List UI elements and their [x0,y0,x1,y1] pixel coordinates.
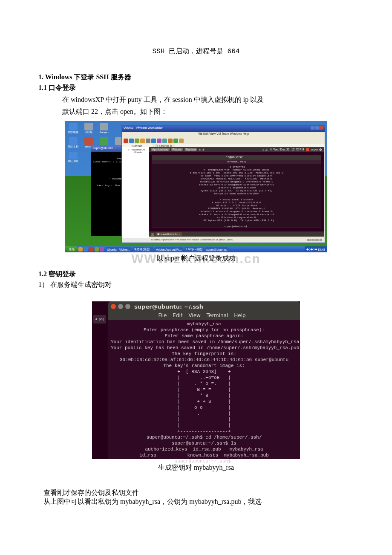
close-icon [111,304,116,309]
maximize-icon [125,304,130,309]
vmware-statusbar: To direct input to this VM, move the mou… [149,237,324,242]
mail-icon: ✉ [270,148,272,151]
taskbar-item: Ubuntu - VMwa... [106,247,131,252]
menu-view: View [188,312,200,318]
screenshot-1-wrap: 我的电脑 回收站 change p 我的文档 Tesulitr FPGA... … [38,121,354,252]
firefox-icon: ◉ [199,148,201,151]
document-page: SSH 已启动，进程号是 664 1. Windows 下登录 SSH 服务器 … [0,0,392,532]
tray-clock: 15:48 [317,248,325,251]
desktop-icon: 我的电脑 [67,123,80,134]
menu-edit: Edit [173,312,182,318]
terminal-window: super@ubuntu: ~/.ssh File Edit View Term… [108,301,300,459]
heading-1-1: 1.1 口令登录 [38,84,354,92]
para-3: 从上图中可以看出私钥为 mybabyyh_rsa，公钥为 mybabyyh_rs… [43,497,354,506]
vmware-toolbar [122,137,325,144]
terminal-body: mybabyyh_rsa Enter passphrase (empty for… [108,320,300,459]
para-1-line2: 默认端口 22，点击 open。如下图： [62,106,354,117]
para-2: 查看刚才保存的公钥及私钥文件 [43,489,354,497]
taskbar-terminal-tab: ▣ super@ubuntu: ~ [156,232,182,236]
left-strip: 4.png [92,301,107,459]
vmware-title: Ubuntu - VMware Workstation [124,126,163,131]
minimize-icon [118,304,123,309]
panel-places: Places [171,148,183,151]
taskbar-item: super@ubuntu: [205,247,228,252]
panel-user: super [311,148,319,151]
tray-icons: ◆◇◆◇◆ [306,248,317,251]
gnome-terminal: er@ubuntu: ~ Terminal Help ~$ ifconfig h… [152,155,321,228]
desktop-icon: change p [98,123,110,134]
para-1-line1: 在 windowsXP 中打开 putty 工具，在 session 中填入虚拟… [62,94,354,105]
menu-file: File [158,312,167,318]
sidebar-item: Ubuntu [123,151,150,153]
terminal-title: super@ubuntu: ~/.ssh [134,304,203,310]
shutdown-icon: ⏻ [319,148,322,151]
show-desktop-icon: ▥ [151,232,154,236]
step-1: 1） 在服务端生成密钥对 [38,280,354,289]
gnome-top-panel: Applications Places System ◉ ◉ ↑↓ 🔈 ✉ We… [149,147,324,152]
vmware-titlebar: Ubuntu - VMware Workstation [122,126,325,132]
sound-icon: 🔈 [265,148,269,151]
ubuntu-desktop: Applications Places System ◉ ◉ ↑↓ 🔈 ✉ We… [149,147,324,237]
caption-1: 以 super 帐户远程登录成功 [156,254,236,262]
intro-line: SSH 已启动，进程号是 664 [38,47,354,56]
quick-launch [78,247,104,252]
caption-2: 生成密钥对 mybabyyh_rsa [158,464,234,471]
terminal-titlebar: super@ubuntu: ~/.ssh [108,301,300,312]
panel-clock: Wed Dec 22, 12:42 PM [273,148,304,151]
network-icon: ↑↓ [262,148,265,151]
heading-1: 1. Windows 下登录 SSH 服务器 [38,73,354,82]
putty-title: super@ubuntu: ~ [93,147,116,152]
taskbar-item: Adobe Acrobat Pr... [155,247,183,252]
taskbar-item: 2.bmp - 画图 [184,247,204,252]
vmware-window: Ubuntu - VMware Workstation File Edit Vi… [121,125,325,243]
caption-1-wrap: WWW.zixin.com.cn 以 super 帐户远程登录成功 [38,254,354,263]
thumbnail-label: 4.png [93,315,106,324]
panel-applications: Applications [151,148,170,151]
desktop-icon: 我的文档 [67,137,80,148]
caption-2-wrap: 生成密钥对 mybabyyh_rsa [38,463,354,472]
terminal-title: er@ubuntu: ~ [152,155,321,160]
windows-taskbar: 开始 Ubuntu - VMwa... 未命名(原图... Adobe Acro… [65,246,327,252]
help-icon: ◉ [202,148,205,151]
screenshot-2-wrap: 4.png super@ubuntu: ~/.ssh File Edit Vie… [38,301,354,459]
menu-terminal: Terminal [207,312,228,318]
menu-help: Help [234,312,245,318]
window-controls-icon [310,126,323,131]
terminal-body: ~$ ifconfig h encap:Ethernet HWaddr 00:0… [152,164,321,229]
screenshot-1: 我的电脑 回收站 change p 我的文档 Tesulitr FPGA... … [65,121,327,252]
system-tray: ◆◇◆◇◆ 15:48 [305,246,327,252]
screenshot-2: 4.png super@ubuntu: ~/.ssh File Edit Vie… [92,301,300,459]
vmware-sidebar: ▷ Powered On Ubuntu [122,147,151,238]
panel-system: System [184,148,197,151]
taskbar-item: 未命名(原图... [133,247,153,252]
vmware-status-icons: ▧▧▧▧▧▧ [307,238,322,241]
gnome-bottom-panel: ▥ ▣ super@ubuntu: ~ [149,231,324,237]
start-button: 开始 [65,246,78,252]
vmware-status-text: To direct input to this VM, move the mou… [151,238,234,241]
terminal-menu: Terminal Help [152,160,321,164]
heading-1-2: 1.2 密钥登录 [38,270,354,279]
vmware-menubar: File Edit View VM Team Windows Help [122,132,325,137]
power-icon [306,148,309,151]
sidebar-item: ▷ Powered On [123,148,150,151]
desktop-icon: 网上邻居 [67,152,80,163]
desktop-icon: 回收站 [82,123,95,134]
